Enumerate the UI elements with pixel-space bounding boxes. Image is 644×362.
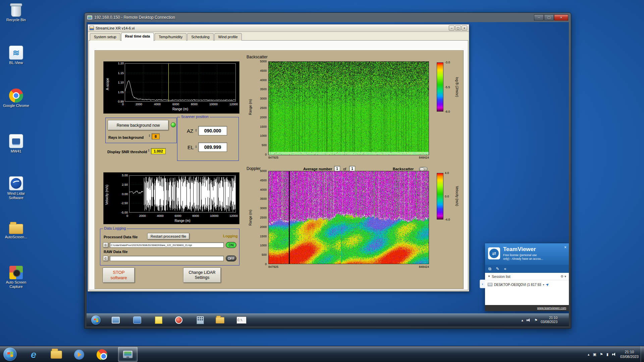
raw-drive-button[interactable]: C: [103, 256, 108, 261]
volume-icon[interactable]: [612, 352, 617, 357]
average-count-field[interactable]: 1: [349, 166, 355, 171]
change-lidar-settings-button[interactable]: Change LiDAR Settings: [183, 267, 221, 283]
teamviewer-link[interactable]: www.teamviewer.com: [537, 306, 566, 310]
taskbar-chrome-icon[interactable]: [95, 349, 109, 360]
processed-path-field[interactable]: C:\Lidar\Data\Proc\2023\202308\20230803\…: [110, 242, 224, 248]
y-tick-label: 3500: [255, 87, 267, 91]
start-button[interactable]: [3, 348, 17, 361]
remote-taskbar-folder-icon[interactable]: [214, 315, 226, 325]
rays-label: Rays in background: [108, 135, 144, 139]
gear-icon[interactable]: ⚙ ▾: [560, 275, 566, 278]
network-icon[interactable]: ⚑: [534, 318, 538, 322]
desktop-icon-mw41[interactable]: MW41: [1, 133, 32, 154]
desktop-icon-google-chrome[interactable]: Google Chrome: [1, 88, 32, 108]
rays-spinner[interactable]: ▲▼: [148, 134, 151, 137]
hidden-icons-arrow[interactable]: ▴: [522, 318, 524, 322]
y-tick-label: 2000: [255, 225, 267, 229]
maximize-button[interactable]: ▢: [544, 14, 554, 21]
tab-scheduling[interactable]: Scheduling: [187, 33, 213, 41]
rays-value-field[interactable]: 8: [152, 133, 160, 139]
desktop-icon-bl-view[interactable]: ≋ BL-View: [1, 45, 32, 65]
hidden-icons-arrow[interactable]: ▴: [588, 352, 590, 357]
clock[interactable]: 21:10 03/08/2023: [620, 350, 639, 359]
taskbar-ie-icon[interactable]: e: [26, 349, 41, 360]
velocity-xticks: 020004000600080001000012000: [126, 214, 238, 218]
volume-icon[interactable]: [526, 318, 531, 323]
y-tick-label: 5000: [255, 169, 267, 173]
remote-taskbar-calculator-icon[interactable]: [195, 315, 206, 325]
taskbar-media-player-icon[interactable]: [72, 349, 87, 360]
remote-taskbar-notes-icon[interactable]: [153, 315, 164, 325]
remote-clock[interactable]: 21:10 03/08/2023: [541, 316, 557, 324]
teamviewer-close-icon[interactable]: ×: [564, 245, 567, 250]
remote-start-button[interactable]: [91, 315, 101, 325]
app-maximize-button[interactable]: ▢: [455, 25, 461, 31]
desktop-icon-auto-screen-capture[interactable]: Auto Screen Capture: [1, 265, 32, 289]
doppler-colorbar-label: Velocity (m/s): [455, 171, 459, 221]
subtitle-line1: Free license (personal use: [503, 253, 537, 257]
close-button[interactable]: ×: [554, 14, 568, 21]
taskbar-explorer-icon[interactable]: [49, 349, 64, 360]
desktop-icon-recycle-bin[interactable]: Recycle Bin: [1, 3, 32, 22]
action-center-icon[interactable]: ⚑: [600, 352, 603, 357]
az-value-field[interactable]: 090.000: [198, 126, 227, 135]
rdp-app-icon: [123, 350, 133, 358]
snr-value-field[interactable]: 1.002: [151, 148, 166, 154]
backscatter-toggle-label: Backscatter: [393, 167, 414, 171]
y-tick-label: 500: [255, 143, 267, 147]
y-tick-label: 5.00: [114, 174, 128, 177]
processed-drive-button[interactable]: C: [103, 242, 108, 248]
tab-temp-humidity[interactable]: Temp/humidity: [155, 33, 186, 41]
teamviewer-panel: ⇄ TeamViewer Free license (personal use …: [485, 243, 569, 311]
minimize-button[interactable]: –: [534, 14, 544, 21]
collapse-icon[interactable]: «: [504, 266, 506, 271]
restart-processed-file-button[interactable]: Restart processed file: [147, 233, 190, 240]
power-icon[interactable]: ▮: [606, 352, 608, 357]
tab-system-setup[interactable]: System setup: [90, 33, 120, 41]
app-close-button[interactable]: ×: [462, 25, 467, 31]
scanner-position-box: Scanner position AZ ▲▼ 090.000 EL ▲▼ 089…: [177, 117, 239, 161]
rdp-icon: [87, 15, 92, 19]
raw-logging-toggle[interactable]: OFF: [226, 255, 236, 261]
ascope-ylabel: A-scope: [106, 69, 109, 99]
taskbar-rdp-button[interactable]: [118, 347, 138, 362]
vi-icon: [90, 26, 94, 30]
stop-software-button[interactable]: STOP software: [103, 267, 135, 283]
rdp-tray-icon[interactable]: ▣: [593, 352, 596, 357]
clipboard-icon[interactable]: ⧉: [488, 266, 491, 271]
desktop-icon-wind-lidar[interactable]: Wind Lidar Software: [1, 176, 32, 200]
folder-icon: [9, 224, 23, 234]
el-value-field[interactable]: 089.999: [198, 142, 227, 152]
average-number-label: Average number: [303, 167, 332, 171]
tab-real-time-data[interactable]: Real time data: [121, 33, 154, 41]
remote-taskbar-cmd-icon[interactable]: C:\: [236, 315, 247, 325]
snr-spinner[interactable]: ▲▼: [147, 149, 150, 152]
clock-date: 03/08/2023: [620, 355, 639, 359]
remote-taskbar-blview-icon[interactable]: [131, 315, 143, 325]
teamviewer-collapse-tab[interactable]: ›: [480, 280, 485, 288]
app-minimize-button[interactable]: –: [449, 25, 454, 31]
doppler-xlabels: 847925 848424: [268, 265, 429, 268]
tab-wind-profile[interactable]: Wind profile: [214, 33, 242, 41]
session-entry-row[interactable]: DESKTOP-OE0QDVI (1 817 93 ▾ ➤: [485, 280, 569, 289]
rdp-titlebar[interactable]: 192.168.0.150 - Remote Desktop Connectio…: [85, 13, 571, 22]
brush-icon[interactable]: ✎: [496, 266, 499, 271]
el-spinner[interactable]: ▲▼: [195, 145, 198, 148]
raw-path-field[interactable]: [110, 256, 224, 261]
backscatter-section-label: Backscatter: [247, 55, 268, 59]
chevron-down-icon[interactable]: ▾: [543, 283, 544, 286]
session-list-row[interactable]: ▼ Session list ⚙ ▾: [485, 273, 569, 280]
processed-logging-toggle[interactable]: ON: [226, 242, 236, 248]
app-titlebar[interactable]: StreamLine XR v14-6.vi – ▢ ×: [88, 24, 469, 32]
az-spinner[interactable]: ▲▼: [195, 129, 198, 132]
remote-taskbar-record-icon[interactable]: [173, 315, 184, 325]
x-start-label: 847925: [268, 265, 278, 268]
show-desktop-button[interactable]: [641, 346, 644, 362]
doppler-colorbar-ticks: 4.00.0-4.0: [445, 171, 454, 221]
average-number-field[interactable]: 1: [334, 166, 340, 171]
remote-taskbar-window-icon[interactable]: [110, 315, 121, 325]
renew-background-button[interactable]: Renew background now: [108, 120, 169, 130]
rdp-window-title: 192.168.0.150 - Remote Desktop Connectio…: [94, 15, 175, 20]
windows-flag-icon: [94, 318, 98, 322]
desktop-icon-autoscreen[interactable]: AutoScreen...: [1, 221, 32, 239]
